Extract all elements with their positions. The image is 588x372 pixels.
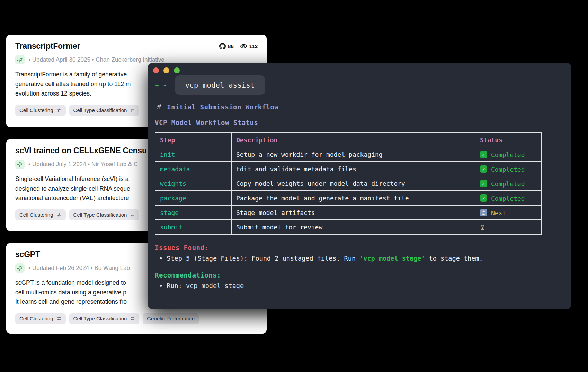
check-icon: ✓: [480, 194, 487, 202]
tag-cell-type-classification[interactable]: Cell Type Classification: [69, 209, 140, 220]
table-row-weights: weights Copy model weights under model_d…: [155, 176, 542, 191]
views-count: 112: [249, 43, 258, 49]
card-meta-text: • Updated July 1 2024 • Nir Yosef Lab & …: [28, 161, 138, 168]
recommendation-item: • Run: vcp model stage: [155, 282, 564, 289]
filter-icon: [56, 316, 62, 321]
dna-icon: [15, 160, 25, 169]
prompt-row: → ~ vcp model assist: [155, 75, 564, 95]
rocket-icon: [155, 103, 162, 111]
minimize-button[interactable]: [163, 67, 169, 73]
tag-cell-clustering[interactable]: Cell Clustering: [15, 105, 66, 116]
tag-cell-type-classification[interactable]: Cell Type Classification: [69, 105, 140, 116]
card-title: scGPT: [15, 250, 40, 259]
issue-text-post: to stage them.: [425, 255, 483, 262]
description-cell: Stage model artifacts: [231, 205, 475, 220]
status-cell: ✓Completed: [475, 147, 542, 162]
status-label: Completed: [491, 180, 525, 187]
prompt-path: ~: [162, 81, 166, 89]
table-header-row: Step Description Status: [155, 133, 542, 147]
tag-label: Cell Type Classification: [73, 107, 127, 113]
workflow-table: Step Description Status init Setup a new…: [155, 132, 542, 235]
card-header: TranscriptFormer 86 112: [15, 42, 258, 51]
header-status: Status: [475, 133, 542, 147]
window-controls: [153, 67, 180, 73]
table-row-stage: stage Stage model artifacts Next: [155, 205, 542, 220]
dna-icon: [15, 55, 25, 64]
prompt-arrow: →: [155, 81, 159, 89]
card-stats: 86 112: [219, 43, 258, 50]
description-cell: Package the model and generate a manifes…: [231, 191, 475, 205]
tag-genetic-perturbation[interactable]: Genetic Perturbation: [143, 313, 199, 324]
status-cell: ✓Completed: [475, 162, 542, 176]
header-step: Step: [155, 133, 231, 147]
filter-icon: [130, 108, 135, 113]
tag-cell-type-classification[interactable]: Cell Type Classification: [69, 313, 140, 324]
tag-label: Cell Type Classification: [73, 212, 127, 218]
card-meta-text: • Updated April 30 2025 • Chan Zuckerber…: [28, 56, 164, 63]
step-cell: stage: [155, 205, 231, 220]
table-row-metadata: metadata Edit and validate metadata file…: [155, 162, 542, 176]
tag-cell-clustering[interactable]: Cell Clustering: [15, 313, 66, 324]
maximize-button[interactable]: [174, 67, 180, 73]
status-label: Completed: [491, 151, 525, 158]
terminal-body: → ~ vcp model assist Initial Submission …: [148, 63, 571, 289]
github-icon: [219, 43, 226, 49]
status-cell: ✓Completed: [475, 176, 542, 191]
step-cell: submit: [155, 220, 231, 234]
close-button[interactable]: [153, 67, 159, 73]
step-cell: weights: [155, 176, 231, 191]
workflow-title: Initial Submission Workflow: [167, 103, 278, 111]
header-description: Description: [231, 133, 475, 147]
terminal-window: → ~ vcp model assist Initial Submission …: [148, 63, 571, 309]
tag-label: Cell Type Classification: [73, 316, 127, 321]
description-cell: Copy model weights under model_data dire…: [231, 176, 475, 191]
table-row-package: package Package the model and generate a…: [155, 191, 542, 205]
issue-item: • Step 5 (Stage Files): Found 2 unstaged…: [155, 255, 564, 262]
description-cell: Edit and validate metadata files: [231, 162, 475, 176]
status-label: Completed: [491, 194, 525, 202]
tag-label: Cell Clustering: [19, 107, 53, 113]
table-row-init: init Setup a new workdir for model packa…: [155, 147, 542, 162]
step-cell: package: [155, 191, 231, 205]
filter-icon: [130, 316, 135, 321]
card-title: scVI trained on CELLxGENE Censu: [15, 146, 147, 155]
check-icon: ✓: [480, 151, 487, 158]
command-input[interactable]: vcp model assist: [175, 75, 265, 95]
refresh-icon: [480, 209, 487, 216]
filter-icon: [56, 108, 62, 113]
status-label: Completed: [491, 165, 525, 173]
issue-text-pre: • Step 5 (Stage Files): Found 2 unstaged…: [159, 255, 359, 262]
hourglass-icon: [480, 225, 485, 231]
recommendations-heading: Recommendations:: [155, 271, 564, 279]
issues-heading: Issues Found:: [155, 244, 564, 252]
step-cell: init: [155, 147, 231, 162]
description-cell: Setup a new workdir for model packaging: [231, 147, 475, 162]
filter-icon: [130, 212, 135, 217]
card-meta-text: • Updated Feb 26 2024 • Bo Wang Lab: [28, 265, 130, 272]
issue-command-code: ‘vcp model stage’: [359, 255, 425, 262]
status-cell: ✓Completed: [475, 191, 542, 205]
github-stars-count: 86: [228, 43, 234, 49]
status-title: VCP Model Workflow Status: [155, 119, 564, 126]
step-cell: metadata: [155, 162, 231, 176]
status-cell: [475, 220, 542, 234]
status-cell: Next: [475, 205, 542, 220]
tag-label: Cell Clustering: [19, 316, 53, 321]
status-label: Next: [491, 209, 506, 216]
check-icon: ✓: [480, 180, 487, 187]
table-row-submit: submit Submit model for review: [155, 220, 542, 234]
eye-icon: [240, 43, 247, 50]
card-tags: Cell Clustering Cell Type Classification…: [15, 313, 258, 324]
card-title: TranscriptFormer: [15, 42, 80, 51]
views-stat[interactable]: 112: [240, 43, 258, 50]
page: TranscriptFormer 86 112: [0, 0, 588, 372]
tag-cell-clustering[interactable]: Cell Clustering: [15, 209, 66, 220]
tag-label: Cell Clustering: [19, 212, 53, 218]
tag-label: Genetic Perturbation: [147, 316, 195, 321]
dna-icon: [15, 263, 25, 273]
check-icon: ✓: [480, 165, 487, 173]
filter-icon: [56, 212, 62, 217]
github-stars-stat[interactable]: 86: [219, 43, 234, 49]
workflow-title-line: Initial Submission Workflow: [155, 103, 564, 111]
description-cell: Submit model for review: [231, 220, 475, 234]
